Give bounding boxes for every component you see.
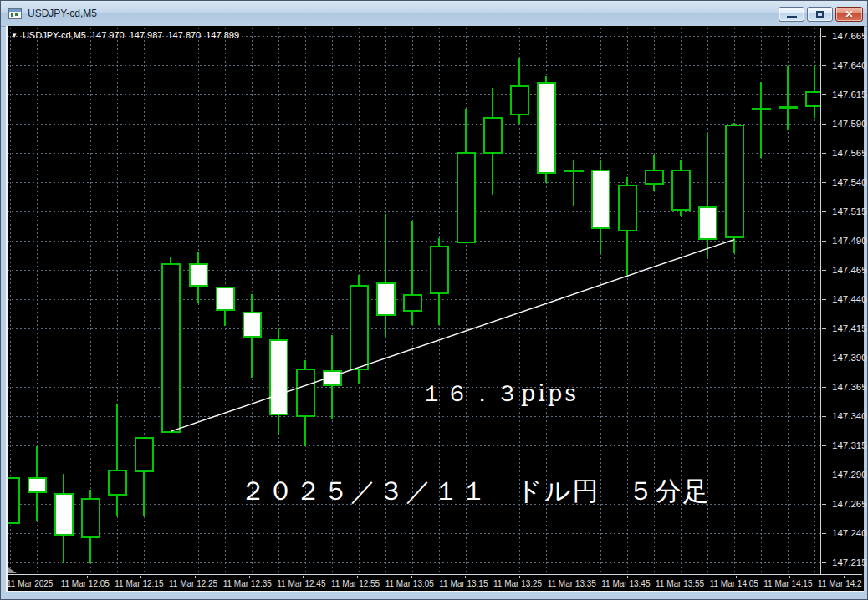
title-bar[interactable]: USDJPY-cd,M5 ✕ [1, 1, 867, 27]
time-axis-tick [682, 576, 682, 578]
price-tick-label: 147.465 [832, 265, 867, 275]
low-value: 147.870 [167, 30, 201, 40]
time-axis-tick [844, 576, 845, 578]
time-axis-tick [574, 576, 574, 578]
window-title: USDJPY-cd,M5 [28, 8, 97, 19]
chart-plot-area[interactable]: ▼ USDJPY-cd,M5 147.970 147.987 147.870 1… [8, 28, 820, 574]
time-tick-label: 11 Mar 12:25 [169, 579, 217, 588]
price-tick-label: 147.590 [832, 119, 867, 129]
price-axis-tick [822, 475, 826, 475]
time-axis-tick [140, 576, 141, 578]
price-tick-label: 147.440 [832, 294, 867, 304]
close-button[interactable]: ✕ [835, 7, 863, 22]
restore-icon [816, 11, 824, 18]
price-axis-tick [822, 182, 826, 183]
minimize-button[interactable] [779, 7, 804, 22]
price-tick-label: 147.265 [832, 499, 867, 509]
price-tick-label: 147.390 [832, 353, 867, 363]
time-tick-label: 11 Mar 14:25 [818, 579, 862, 588]
close-icon: ✕ [845, 9, 853, 19]
price-axis-tick [822, 153, 826, 154]
time-axis-tick [789, 576, 790, 578]
price-axis-tick [822, 533, 826, 534]
caption-annotation: ２０２５／３／１１ ドル円 ５分足 [240, 474, 710, 509]
chart-frame: ▼ USDJPY-cd,M5 147.970 147.987 147.870 1… [6, 26, 864, 592]
price-tick-label: 147.615 [832, 89, 867, 99]
price-axis-tick [822, 270, 826, 271]
price-tick-label: 147.365 [832, 382, 867, 392]
time-tick-label: 11 Mar 13:15 [439, 579, 488, 588]
app-window: USDJPY-cd,M5 ✕ ▼ USDJPY-cd,M5 147.970 14… [0, 0, 868, 600]
price-tick-label: 147.515 [832, 206, 867, 216]
restore-button[interactable] [807, 7, 833, 22]
price-axis-tick [822, 94, 826, 95]
time-tick-label: 11 Mar 13:05 [385, 579, 434, 588]
price-axis-tick [822, 562, 826, 563]
price-axis-tick [822, 358, 826, 358]
open-value: 147.970 [91, 30, 125, 40]
window-controls: ✕ [779, 7, 863, 22]
dropdown-marker-icon[interactable]: ▼ [11, 32, 18, 39]
price-axis-tick [822, 299, 826, 300]
time-tick-label: 11 Mar 12:15 [115, 579, 163, 588]
time-tick-label: 11 Mar 13:45 [601, 579, 650, 588]
high-value: 147.987 [130, 30, 163, 40]
price-tick-label: 147.290 [832, 470, 867, 480]
time-tick-label: 11 Mar 12:55 [331, 579, 380, 588]
time-axis-tick [736, 576, 737, 578]
axis-separator [8, 574, 862, 575]
time-tick-label: 11 Mar 13:25 [493, 579, 542, 588]
time-axis-tick [465, 576, 466, 578]
time-tick-label: 11 Mar 13:35 [548, 579, 596, 588]
price-axis-tick [822, 504, 826, 505]
price-tick-label: 147.640 [832, 60, 867, 70]
price-axis[interactable]: 147.665147.640147.615147.590147.565147.5… [822, 28, 862, 574]
time-axis-tick [249, 576, 250, 578]
price-axis-tick [822, 36, 826, 37]
price-axis-tick [822, 328, 826, 329]
time-tick-label: 11 Mar 13:55 [656, 579, 704, 588]
time-tick-label: 11 Mar 2025 [8, 579, 53, 588]
price-tick-label: 147.315 [832, 440, 867, 450]
time-axis-tick [411, 576, 412, 578]
time-tick-label: 11 Mar 12:45 [277, 579, 325, 588]
price-tick-label: 147.565 [832, 148, 867, 158]
symbol-name: USDJPY-cd,M5 [23, 30, 86, 40]
price-axis-tick [822, 416, 826, 417]
time-axis-tick [87, 576, 88, 578]
minimize-icon [787, 16, 797, 18]
time-axis-tick [33, 576, 33, 578]
time-axis-tick [195, 576, 196, 578]
price-axis-tick [822, 241, 826, 242]
time-axis-tick [303, 576, 304, 578]
time-tick-label: 11 Mar 12:35 [223, 579, 272, 588]
symbol-ohlc-label: ▼ USDJPY-cd,M5 147.970 147.987 147.870 1… [11, 30, 239, 40]
close-value: 147.899 [206, 30, 239, 40]
pips-annotation: １６．３pips [421, 379, 579, 409]
price-tick-label: 147.490 [832, 236, 867, 246]
price-tick-label: 147.665 [832, 31, 867, 41]
price-axis-tick [822, 445, 826, 446]
price-tick-label: 147.215 [832, 557, 867, 567]
price-axis-tick [822, 65, 826, 66]
price-axis-tick [822, 211, 826, 212]
time-tick-label: 11 Mar 14:15 [763, 579, 812, 588]
chart-window-icon [8, 8, 22, 19]
axis-separator [820, 28, 821, 574]
time-axis-tick [357, 576, 358, 578]
time-tick-label: 11 Mar 12:05 [61, 579, 110, 588]
price-tick-label: 147.415 [832, 323, 867, 333]
price-tick-label: 147.340 [832, 411, 867, 421]
frame-border [6, 591, 864, 592]
price-axis-tick [822, 387, 826, 388]
price-tick-label: 147.240 [832, 528, 867, 538]
time-axis-tick [627, 576, 628, 578]
price-axis-tick [822, 124, 826, 125]
price-tick-label: 147.540 [832, 177, 867, 187]
time-tick-label: 11 Mar 14:05 [710, 579, 758, 588]
time-axis[interactable]: 11 Mar 202511 Mar 12:0511 Mar 12:1511 Ma… [8, 576, 862, 591]
time-axis-tick [519, 576, 520, 578]
